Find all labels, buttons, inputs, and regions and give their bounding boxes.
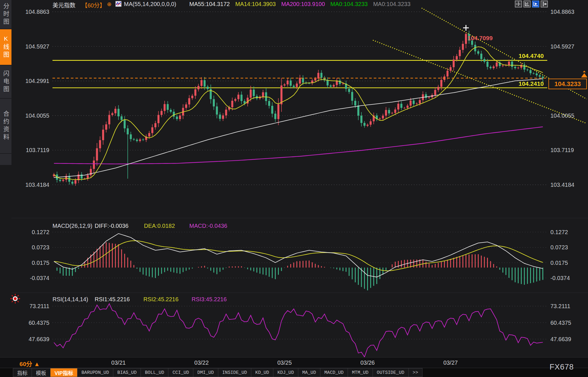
ma-value-3: MA0:104.3233	[330, 1, 368, 7]
ma-value-2: MA200:103.9100	[281, 1, 325, 7]
rsi-axis-label-right: 73.2111	[550, 303, 570, 309]
period-badge[interactable]: 60分 ▲	[20, 359, 40, 368]
indicator-toolbar: 指标模板VIP指标BARUPDN_UDBIAS_UDBOLL_UDCCI_UDD…	[0, 368, 588, 377]
support-price-label: 104.2410	[519, 81, 544, 87]
main-price-panel[interactable]	[52, 8, 587, 186]
macd-value: MACD:-0.0436	[189, 223, 227, 229]
rsi3-value: RSI3:45.2216	[192, 296, 227, 302]
candlestick-chart[interactable]	[0, 0, 588, 377]
price-axis-label-left: 104.8863	[22, 9, 49, 15]
toolbar-tab-14[interactable]: OUTSIDE_UD	[373, 368, 409, 377]
rsi-axis-label-right: 47.6639	[550, 336, 571, 342]
rsi-axis-label-left: 60.4375	[22, 320, 49, 326]
rsi-panel[interactable]	[52, 304, 547, 357]
toolbar-tab-13[interactable]: MTM_UD	[348, 368, 373, 377]
price-axis-label-right: 103.4184	[550, 182, 574, 188]
toolbar-tab-3[interactable]: BARUPDN_UD	[77, 368, 113, 377]
date-label: 03/25	[277, 359, 292, 366]
toolbar-tab-12[interactable]: MACD_UD	[320, 368, 348, 377]
macd-axis-label-right: 0.1272	[550, 229, 568, 235]
price-axis-label-left: 104.0055	[22, 112, 49, 119]
macd-axis-label-left: 0.0175	[22, 260, 49, 266]
toolbar-tab-15[interactable]: >>	[409, 368, 422, 377]
sidebar: 分时图K线图闪电图合约资料	[0, 0, 11, 165]
rsi-axis-label-left: 73.2111	[22, 303, 49, 309]
price-axis-label-left: 104.5927	[22, 43, 49, 50]
watermark: FX678	[550, 363, 574, 372]
toolbar-tab-10[interactable]: KDJ_UD	[273, 368, 298, 377]
sidebar-item-1[interactable]: K线图	[0, 29, 11, 65]
peak-price-label: 104.7099	[468, 35, 493, 41]
rsi-axis-label-left: 47.6639	[22, 336, 49, 342]
rsi2-value: RSI2:45.2216	[143, 296, 178, 302]
sidebar-item-3[interactable]: 合约资料	[0, 99, 11, 154]
live-indicator-icon	[10, 293, 21, 304]
price-axis-label-right: 104.8863	[550, 9, 574, 15]
symbol-title: 美元指数	[52, 1, 75, 9]
sidebar-item-2[interactable]: 闪电图	[0, 65, 11, 99]
macd-axis-label-right: 0.0723	[550, 244, 568, 250]
toolbar-tab-7[interactable]: DMI_UD	[193, 368, 218, 377]
chart-type-icon[interactable]	[115, 1, 122, 7]
rsi-axis-label-right: 60.4375	[550, 320, 571, 326]
macd-axis-label-left: -0.0374	[22, 275, 49, 281]
axis-shift-tool-button[interactable]	[541, 1, 548, 7]
price-axis-label-left: 104.2991	[22, 78, 49, 84]
toolbar-tab-9[interactable]: KD_UD	[251, 368, 273, 377]
date-label: 03/26	[360, 359, 375, 366]
add-indicator-icon[interactable]: ⊕	[107, 1, 112, 7]
date-label: 03/22	[194, 359, 209, 366]
toolbar-tab-8[interactable]: INSIDE_UD	[218, 368, 251, 377]
rsi1-value: RSI1:45.2216	[95, 296, 130, 302]
macd-axis-label-right: 0.0175	[550, 260, 568, 266]
macd-axis-label-right: -0.0374	[550, 275, 570, 281]
price-axis-label-right: 104.5927	[550, 43, 574, 50]
rsi-title: RSI(14,14,14)	[52, 296, 88, 302]
ma-values: MA55:104.3172MA14:104.3903MA200:103.9100…	[189, 1, 416, 7]
chart-header: 美元指数 【60分】 ⊕ MA(55,14,200,0,0,0) MA55:10…	[0, 0, 588, 8]
time-axis: 60分 ▲ 03/2103/2203/2503/2603/27	[0, 357, 588, 368]
macd-panel[interactable]	[52, 232, 547, 290]
macd-diff-value: DIFF:-0.0036	[95, 223, 128, 229]
toolbar-tab-5[interactable]: BOLL_UD	[141, 368, 168, 377]
toolbar-spacer	[0, 368, 13, 377]
ma-value-4: MA0:104.3233	[373, 1, 410, 7]
macd-axis-label-left: 0.0723	[22, 244, 49, 250]
macd-axis-label-left: 0.1272	[22, 229, 49, 235]
axis-scale-tool-button[interactable]	[523, 1, 531, 7]
period-label[interactable]: 【60分】	[82, 1, 105, 9]
toolbar-tab-2[interactable]: VIP指标	[50, 368, 77, 377]
last-price-box: 104.3233	[548, 79, 587, 89]
ma-value-0: MA55:104.3172	[189, 1, 230, 7]
toolbar-tab-0[interactable]: 指标	[13, 368, 32, 377]
date-label: 03/27	[443, 359, 458, 366]
price-axis-label-left: 103.7119	[22, 147, 49, 153]
ma-formula: MA(55,14,200,0,0,0)	[124, 1, 176, 7]
price-axis-label-right: 103.7119	[550, 147, 574, 153]
toolbar-tab-11[interactable]: MA_UD	[298, 368, 320, 377]
toolbar-tab-4[interactable]: BIAS_UD	[113, 368, 141, 377]
macd-dea-value: DEA:0.0182	[144, 223, 175, 229]
macd-title: MACD(26,12,9)	[52, 223, 92, 229]
price-axis-label-left: 103.4184	[22, 182, 49, 188]
date-label: 03/21	[111, 359, 126, 366]
trading-app: 分时图K线图闪电图合约资料 美元指数 【60分】 ⊕ MA(55,14,200,…	[0, 0, 588, 377]
toolbar-tab-6[interactable]: CCI_UD	[168, 368, 193, 377]
axis-play-tool-button[interactable]	[532, 1, 539, 7]
move-tool-button[interactable]	[515, 1, 522, 7]
toolbar-tab-1[interactable]: 模板	[32, 368, 50, 377]
price-axis-label-right: 104.0055	[550, 112, 574, 119]
ma-value-1: MA14:104.3903	[235, 1, 276, 7]
resistance-price-label: 104.4740	[519, 53, 544, 59]
